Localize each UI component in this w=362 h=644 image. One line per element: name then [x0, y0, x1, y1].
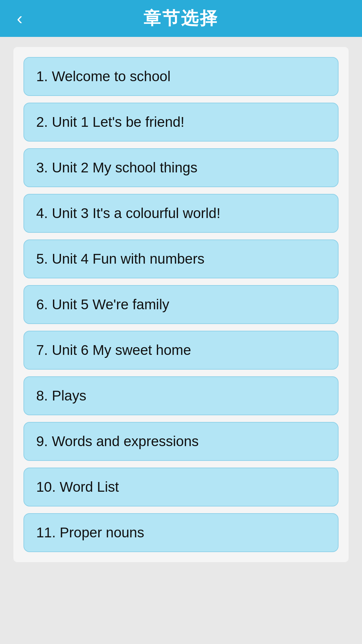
content-area: 1. Welcome to school2. Unit 1 Let's be f…	[0, 37, 362, 644]
list-item[interactable]: 8. Plays	[23, 376, 339, 415]
app-header: ‹ 章节选择	[0, 0, 362, 37]
chapter-label: 5. Unit 4 Fun with numbers	[36, 251, 204, 267]
chapter-label: 4. Unit 3 It's a colourful world!	[36, 205, 221, 221]
chapter-label: 3. Unit 2 My school things	[36, 160, 197, 176]
list-item[interactable]: 2. Unit 1 Let's be friend!	[23, 103, 339, 142]
chapter-label: 7. Unit 6 My sweet home	[36, 342, 191, 358]
chapter-label: 8. Plays	[36, 388, 86, 404]
list-item[interactable]: 5. Unit 4 Fun with numbers	[23, 239, 339, 278]
list-item[interactable]: 9. Words and expressions	[23, 422, 339, 461]
chapter-label: 2. Unit 1 Let's be friend!	[36, 114, 184, 130]
list-item[interactable]: 7. Unit 6 My sweet home	[23, 331, 339, 370]
list-item[interactable]: 6. Unit 5 We're family	[23, 285, 339, 324]
list-item[interactable]: 10. Word List	[23, 468, 339, 506]
chapter-label: 6. Unit 5 We're family	[36, 297, 169, 313]
back-button[interactable]: ‹	[17, 10, 22, 27]
chapter-label: 10. Word List	[36, 479, 119, 495]
list-item[interactable]: 11. Proper nouns	[23, 513, 339, 552]
page-title: 章节选择	[143, 7, 219, 30]
list-item[interactable]: 1. Welcome to school	[23, 57, 339, 96]
chapter-label: 1. Welcome to school	[36, 68, 171, 85]
list-item[interactable]: 3. Unit 2 My school things	[23, 148, 339, 187]
chapter-list: 1. Welcome to school2. Unit 1 Let's be f…	[13, 47, 349, 562]
chapter-label: 11. Proper nouns	[36, 525, 144, 541]
chapter-label: 9. Words and expressions	[36, 433, 199, 449]
list-item[interactable]: 4. Unit 3 It's a colourful world!	[23, 194, 339, 233]
